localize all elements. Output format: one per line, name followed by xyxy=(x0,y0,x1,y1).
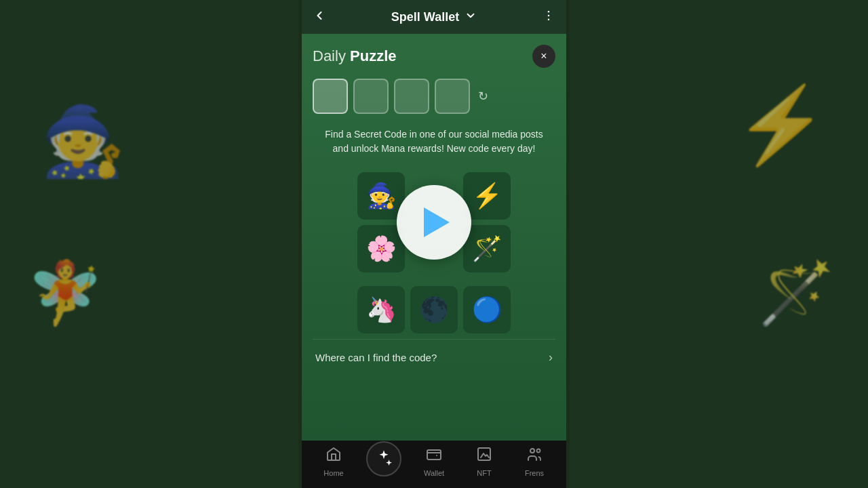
find-code-row[interactable]: Where can I find the code? › xyxy=(313,339,555,375)
code-box-3[interactable] xyxy=(394,79,429,114)
nav-label-home: Home xyxy=(323,469,343,477)
chevron-right-icon: › xyxy=(549,350,553,365)
frens-icon xyxy=(526,446,542,466)
nav-label-frens: Frens xyxy=(525,469,544,477)
nft-icon xyxy=(476,446,492,466)
emoji-tile-eye: 🔵 xyxy=(463,286,511,333)
home-icon xyxy=(326,446,342,466)
play-triangle-icon xyxy=(424,207,450,237)
svg-rect-3 xyxy=(427,450,441,460)
bg-wand-emoji: 🪄 xyxy=(758,258,834,329)
wallet-icon xyxy=(426,446,442,466)
code-input-area: ↻ xyxy=(313,79,555,114)
nav-label-wallet: Wallet xyxy=(424,469,444,477)
svg-point-0 xyxy=(548,10,550,12)
puzzle-header: Daily Puzzle × xyxy=(313,45,555,68)
nav-item-wand[interactable] xyxy=(359,441,409,482)
svg-point-2 xyxy=(548,18,550,20)
refresh-icon[interactable]: ↻ xyxy=(478,89,488,104)
nav-item-frens[interactable]: Frens xyxy=(509,446,559,477)
dropdown-icon[interactable] xyxy=(465,9,477,25)
phone-frame: Spell Wallet xyxy=(302,0,566,488)
code-box-2[interactable] xyxy=(353,79,389,114)
play-button[interactable] xyxy=(397,185,471,260)
code-box-4[interactable] xyxy=(435,79,470,114)
bg-right-panel: ⚡ 🪄 xyxy=(570,0,868,488)
back-button[interactable] xyxy=(313,9,326,26)
top-bar: Spell Wallet xyxy=(302,0,566,34)
nav-item-home[interactable]: Home xyxy=(309,446,359,477)
play-button-overlay xyxy=(397,185,471,260)
nav-label-nft: NFT xyxy=(477,469,491,477)
bg-left-panel: 🧙 🧚 xyxy=(0,0,298,488)
puzzle-title: Daily Puzzle xyxy=(313,47,396,65)
emoji-tile-unicorn: 🦄 xyxy=(357,286,405,333)
title-area: Spell Wallet xyxy=(391,9,477,25)
close-button[interactable]: × xyxy=(532,45,555,68)
bg-wizard-emoji: 🧙 xyxy=(41,102,125,182)
svg-point-6 xyxy=(537,449,540,453)
svg-point-1 xyxy=(548,14,550,16)
nav-item-wallet[interactable]: Wallet xyxy=(409,446,459,477)
bg-lightning-emoji: ⚡ xyxy=(734,81,827,169)
emoji-tile-moon: 🌑 xyxy=(410,286,458,333)
bottom-nav: Home xyxy=(302,441,566,488)
find-code-text: Where can I find the code? xyxy=(315,352,437,363)
more-options-icon[interactable] xyxy=(542,9,555,26)
wand-icon xyxy=(375,449,393,469)
svg-point-5 xyxy=(530,449,534,453)
emoji-row-3: 🦄 🌑 🔵 xyxy=(313,286,555,333)
daily-puzzle-card: Daily Puzzle × ↻ Find a Secret Code in o… xyxy=(302,34,566,441)
nav-item-nft[interactable]: NFT xyxy=(459,446,509,477)
wand-center-button[interactable] xyxy=(366,441,401,476)
app-title: Spell Wallet xyxy=(391,10,459,24)
puzzle-description: Find a Secret Code in one of our social … xyxy=(313,127,555,156)
outer-background: 🧙 🧚 ⚡ 🪄 Spell Wallet xyxy=(0,0,868,488)
code-box-1[interactable] xyxy=(313,79,348,114)
main-content: Daily Puzzle × ↻ Find a Secret Code in o… xyxy=(302,34,566,441)
media-container: 🧙 ⚡ 🌸 🪄 xyxy=(313,172,555,272)
bg-fairy-emoji: 🧚 xyxy=(27,258,103,329)
